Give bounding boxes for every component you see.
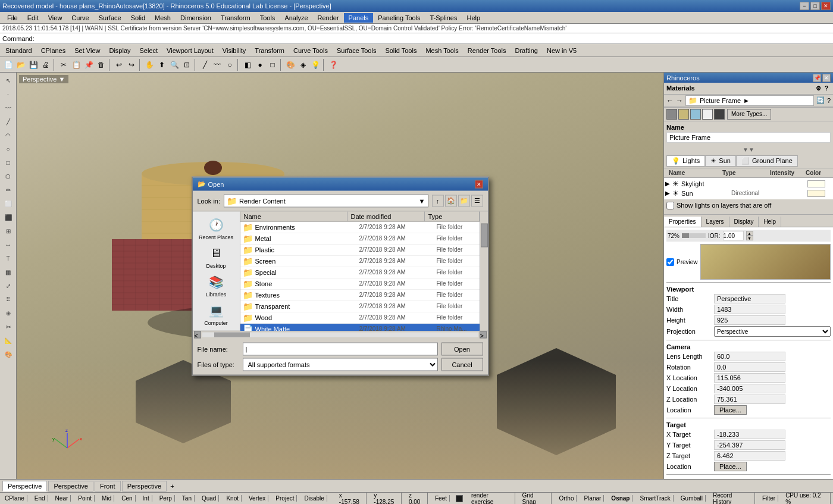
transform-tool[interactable]: ⤢ <box>2 279 15 292</box>
delete-icon[interactable]: 🗑 <box>95 59 107 71</box>
menu-edit[interactable]: Edit <box>23 13 43 23</box>
select-tool[interactable]: ↖ <box>2 74 15 87</box>
light-item-skylight[interactable]: ▶ ☀ Skylight <box>665 179 832 189</box>
filetype-select[interactable]: All supported formats <box>243 358 438 371</box>
rhino-pin-btn[interactable]: 📌 <box>813 74 821 82</box>
cam-lens-input[interactable]: 60.0 <box>714 352 785 361</box>
new-icon[interactable]: 📄 <box>2 59 14 71</box>
tab-new-in-v5[interactable]: New in V5 <box>543 45 581 56</box>
view-options-icon[interactable]: ☰ <box>471 195 483 206</box>
ior-down-btn[interactable]: ▼ <box>746 236 753 240</box>
box-icon[interactable]: □ <box>267 59 278 71</box>
col-name[interactable]: Name <box>240 211 347 221</box>
menu-curve[interactable]: Curve <box>67 13 93 23</box>
zoom-ext-icon[interactable]: ⊡ <box>181 59 193 71</box>
hscroll-thumb[interactable] <box>214 333 250 337</box>
print-icon[interactable]: 🖨 <box>40 59 52 71</box>
status-osnap[interactable]: Osnap <box>609 495 632 502</box>
tab-lights[interactable]: 💡 Lights <box>666 155 705 167</box>
file-row[interactable]: 📁Screen2/7/2018 9:28 AMFile folder <box>240 255 480 267</box>
nav-home-icon[interactable]: 🏠 <box>445 195 457 206</box>
sidebar-computer[interactable]: 💻 Computer <box>195 302 237 325</box>
circle-tool[interactable]: ○ <box>2 142 15 155</box>
vp-tab-0[interactable]: Perspective <box>2 481 47 492</box>
cancel-button[interactable]: Cancel <box>441 358 483 371</box>
tab-viewport-layout[interactable]: Viewport Layout <box>162 45 218 56</box>
status-smart-track[interactable]: SmartTrack <box>637 495 673 502</box>
cam-yloc-input[interactable]: -340.005 <box>714 384 785 393</box>
file-row[interactable]: 📁Metal2/7/2018 9:28 AMFile folder <box>240 233 480 244</box>
tab-layers[interactable]: Layers <box>702 217 729 227</box>
tab-setview[interactable]: Set View <box>70 45 104 56</box>
new-folder-icon[interactable]: 📁 <box>458 195 470 206</box>
status-record-history[interactable]: Record History <box>710 492 755 505</box>
nav-forward-btn[interactable]: → <box>676 96 683 105</box>
hscroll-track[interactable] <box>202 333 478 337</box>
file-row[interactable]: 📁Plastic2/7/2018 9:28 AMFile folder <box>240 244 480 255</box>
save-icon[interactable]: 💾 <box>27 59 39 71</box>
menu-analyze[interactable]: Analyze <box>280 13 312 23</box>
type-icon-5[interactable] <box>714 109 725 120</box>
cam-zloc-input[interactable]: 75.361 <box>714 395 785 404</box>
minimize-button[interactable]: − <box>800 2 809 10</box>
circle-icon[interactable]: ○ <box>224 59 236 71</box>
render2-tool[interactable]: 🎨 <box>2 348 15 361</box>
vp-tab-2[interactable]: Front <box>95 481 121 492</box>
tab-cplanes[interactable]: CPlanes <box>37 45 70 56</box>
arc-tool[interactable]: ◠ <box>2 129 15 142</box>
nav-up-icon[interactable]: ↑ <box>432 195 444 206</box>
hscroll-left[interactable]: < <box>194 331 201 339</box>
status-grid-snap[interactable]: Grid Snap <box>520 492 552 505</box>
open-button[interactable]: Open <box>441 342 483 355</box>
select-icon[interactable]: ⬆ <box>156 59 168 71</box>
file-row-selected[interactable]: 📄White Matte2/7/2018 9:28 AMRhino Ma... <box>240 323 480 330</box>
file-row[interactable]: 📁Special2/7/2018 9:28 AMFile folder <box>240 267 480 278</box>
surface-tool[interactable]: ⬜ <box>2 197 15 210</box>
rhino-close-btn[interactable]: ✕ <box>822 74 831 82</box>
curve-icon[interactable]: 〰 <box>211 59 223 71</box>
cam-rotation-input[interactable]: 0.0 <box>714 362 785 372</box>
tab-display[interactable]: Display <box>105 45 134 56</box>
help-icon[interactable]: ❓ <box>327 59 339 71</box>
open-icon[interactable]: 📂 <box>15 59 27 71</box>
menu-tools[interactable]: Tools <box>255 13 280 23</box>
file-row[interactable]: 📁Wood2/7/2018 9:28 AMFile folder <box>240 312 480 323</box>
tab-ground-plane[interactable]: ⬜ Ground Plane <box>736 155 798 167</box>
tab-curve-tools[interactable]: Curve Tools <box>289 45 332 56</box>
tab-mesh-tools[interactable]: Mesh Tools <box>421 45 462 56</box>
paste-icon[interactable]: 📌 <box>83 59 95 71</box>
tab-drafting[interactable]: Drafting <box>511 45 542 56</box>
mesh-tool[interactable]: ⊞ <box>2 224 15 237</box>
zoom-in-icon[interactable]: 🔍 <box>168 59 180 71</box>
menu-help[interactable]: Help <box>462 13 485 23</box>
cam-place-btn[interactable]: Place... <box>714 405 747 415</box>
tab-sun[interactable]: ☀ Sun <box>705 155 736 167</box>
material-icon[interactable]: ◈ <box>297 59 309 71</box>
file-row[interactable]: 📁Environments2/7/2018 9:28 AMFile folder <box>240 221 480 233</box>
refresh-icon[interactable]: 🔄 <box>816 96 825 104</box>
tab-render-tools[interactable]: Render Tools <box>464 45 511 56</box>
close-button[interactable]: ✕ <box>821 2 831 10</box>
dialog-scrollbar[interactable] <box>480 211 488 330</box>
type-icon-2[interactable] <box>678 109 689 120</box>
boolean-tool[interactable]: ⊕ <box>2 306 15 320</box>
edit-tool[interactable]: ✂ <box>2 320 15 333</box>
menu-surface[interactable]: Surface <box>94 13 126 23</box>
viewport-label[interactable]: Perspective ▼ <box>19 75 68 83</box>
menu-view[interactable]: View <box>43 13 67 23</box>
show-lights-checkbox[interactable] <box>666 202 674 209</box>
file-row[interactable]: 📁Textures2/7/2018 9:28 AMFile folder <box>240 289 480 300</box>
polygon-tool[interactable]: ⬡ <box>2 170 15 183</box>
sidebar-recent-places[interactable]: 🕐 Recent Places <box>195 216 237 240</box>
hatch-tool[interactable]: ▦ <box>2 265 15 278</box>
light-item-sun[interactable]: ▶ ☀ Sun Directional <box>665 189 832 198</box>
status-gumball[interactable]: Gumball <box>678 495 706 502</box>
cut-icon[interactable]: ✂ <box>58 59 70 71</box>
menu-render[interactable]: Render <box>313 13 344 23</box>
tab-help[interactable]: Help <box>759 217 781 227</box>
tab-display[interactable]: Display <box>729 217 759 227</box>
extrude-icon[interactable]: ◧ <box>242 59 253 71</box>
status-ortho[interactable]: Ortho <box>556 495 577 502</box>
line-icon[interactable]: ╱ <box>199 59 211 71</box>
col-date[interactable]: Date modified <box>347 211 425 221</box>
